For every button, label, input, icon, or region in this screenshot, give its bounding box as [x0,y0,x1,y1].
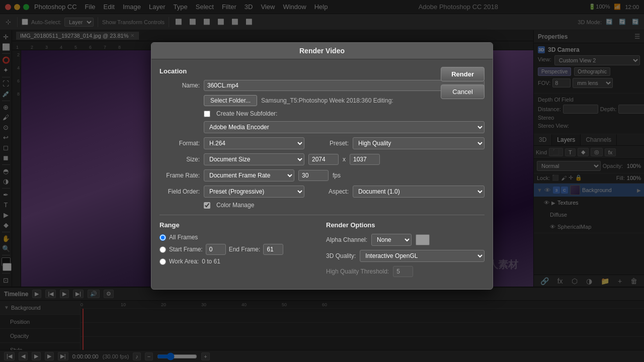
fps-input[interactable] [298,170,329,181]
work-area-radio[interactable] [159,258,166,265]
end-frame-input[interactable] [263,244,283,255]
modal-overlay: Render Video Render Cancel Location Name… [0,0,644,362]
all-frames-label: All Frames [169,234,198,241]
work-area-value: 0 to 61 [202,258,220,265]
start-frame-radio-row: Start Frame: End Frame: [159,244,318,255]
name-field-label: Name: [159,82,200,89]
color-manage-row: Color Manage [204,202,485,209]
preset-select[interactable]: High Quality [353,137,485,149]
render-button[interactable]: Render [441,67,485,81]
height-input[interactable] [350,154,380,165]
subfolder-row: Create New Subfolder: [159,110,485,117]
modal-two-col: Range All Frames Start Frame: End Frame: [159,221,485,281]
size-row: Size: Document Size x [159,153,485,165]
x-separator: x [343,156,346,163]
framerate-row: Frame Rate: Document Frame Rate fps [159,169,485,182]
modal-divider [159,215,485,215]
size-select[interactable]: Document Size [204,153,304,165]
format-field-label: Format: [159,140,200,147]
quality-3d-row: 3D Quality: Interactive OpenGL [326,250,485,262]
range-col: Range All Frames Start Frame: End Frame: [159,221,318,281]
subfolder-label: Create New Subfolder: [216,110,277,117]
width-input[interactable] [308,154,339,165]
select-folder-button[interactable]: Select Folder... [204,95,257,106]
color-manage-checkbox[interactable] [204,202,210,209]
alpha-channel-row: Alpha Channel: None [326,234,485,246]
work-area-label: Work Area: [169,258,199,265]
hq-threshold-row: High Quality Threshold: [326,266,485,277]
framerate-select[interactable]: Document Frame Rate [204,169,294,182]
color-manage-label: Color Manage [216,202,254,209]
location-label: Location [159,67,485,75]
render-video-modal: Render Video Render Cancel Location Name… [151,42,493,290]
encoder-row: Adobe Media Encoder [159,121,485,133]
render-options-title: Render Options [326,221,485,229]
fieldorder-row: Field Order: Preset (Progressive) Aspect… [159,186,485,198]
subfolder-checkbox[interactable] [204,111,210,117]
render-options-col: Render Options Alpha Channel: None 3D Qu… [326,221,485,281]
all-frames-radio[interactable] [159,234,166,241]
end-frame-label: End Frame: [229,246,261,253]
aspect-field-label: Aspect: [308,188,349,195]
alpha-channel-label: Alpha Channel: [326,236,367,243]
work-area-radio-row: Work Area: 0 to 61 [159,258,318,265]
folder-row: Select Folder... Samsung_T5:Photoshop We… [159,95,485,106]
quality-3d-label: 3D Quality: [326,252,356,259]
alpha-channel-select[interactable]: None [371,234,412,246]
format-select[interactable]: H.264 [204,137,304,149]
quality-3d-select[interactable]: Interactive OpenGL [360,250,485,262]
cancel-button[interactable]: Cancel [441,84,485,99]
aspect-select[interactable]: Document (1.0) [353,186,485,198]
alpha-swatch [416,234,430,245]
modal-actions: Render Cancel [441,67,485,99]
range-title: Range [159,221,318,229]
all-frames-radio-row: All Frames [159,234,318,241]
hq-threshold-input [393,266,413,277]
fieldorder-select[interactable]: Preset (Progressive) [204,186,304,198]
name-row: Name: [159,80,485,91]
format-row: Format: H.264 Preset: High Quality [159,137,485,149]
hq-threshold-label: High Quality Threshold: [326,268,389,275]
folder-path: Samsung_T5:Photoshop Week 2018:360 Editi… [261,97,393,104]
start-frame-radio[interactable] [159,246,166,253]
encoder-select[interactable]: Adobe Media Encoder [204,121,485,133]
fps-unit-label: fps [333,172,341,179]
modal-title: Render Video [151,43,493,59]
preset-field-label: Preset: [308,140,349,147]
start-frame-input[interactable] [206,244,226,255]
start-frame-label: Start Frame: [169,246,203,253]
framerate-field-label: Frame Rate: [159,172,200,179]
fieldorder-field-label: Field Order: [159,188,200,195]
size-field-label: Size: [159,156,200,163]
